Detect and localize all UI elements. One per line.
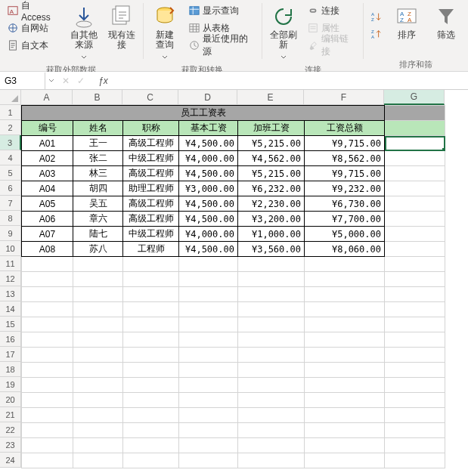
data-cell[interactable]: ¥2,230.00 bbox=[238, 196, 305, 212]
cell[interactable] bbox=[179, 378, 238, 393]
cell[interactable] bbox=[73, 378, 123, 393]
cell[interactable] bbox=[22, 257, 73, 272]
data-cell[interactable]: 工程师 bbox=[123, 242, 179, 257]
cell[interactable] bbox=[305, 302, 385, 317]
data-cell[interactable]: ¥4,500.00 bbox=[179, 196, 238, 212]
data-cell[interactable]: 王一 bbox=[73, 136, 123, 151]
cell[interactable] bbox=[238, 393, 305, 408]
cell-G7[interactable] bbox=[385, 196, 445, 212]
data-cell[interactable]: ¥5,215.00 bbox=[238, 136, 305, 151]
cell[interactable] bbox=[238, 453, 305, 468]
data-cell[interactable]: 高级工程师 bbox=[123, 212, 179, 227]
data-cell[interactable]: ¥9,715.00 bbox=[305, 136, 385, 151]
row-header-24[interactable]: 24 bbox=[0, 453, 21, 468]
cell[interactable] bbox=[123, 393, 179, 408]
cell[interactable] bbox=[385, 423, 445, 438]
data-cell[interactable]: 陆七 bbox=[73, 227, 123, 242]
cell[interactable] bbox=[305, 332, 385, 348]
cell[interactable] bbox=[238, 332, 305, 348]
cell[interactable] bbox=[22, 423, 73, 438]
data-cell[interactable]: 高级工程师 bbox=[123, 136, 179, 151]
cell[interactable] bbox=[22, 363, 73, 378]
header-cell[interactable]: 姓名 bbox=[73, 121, 123, 136]
data-cell[interactable]: A02 bbox=[22, 151, 73, 166]
cell[interactable] bbox=[73, 363, 123, 378]
cell[interactable] bbox=[385, 287, 445, 302]
edit-links-button[interactable]: 编辑链接 bbox=[305, 38, 358, 53]
cell[interactable] bbox=[179, 272, 238, 287]
name-box[interactable] bbox=[0, 73, 45, 89]
data-cell[interactable]: ¥4,500.00 bbox=[179, 212, 238, 227]
cell[interactable] bbox=[385, 332, 445, 348]
data-cell[interactable]: 苏八 bbox=[73, 242, 123, 257]
cell[interactable] bbox=[73, 438, 123, 453]
cell[interactable] bbox=[123, 287, 179, 302]
row-header-15[interactable]: 15 bbox=[0, 317, 21, 332]
cell[interactable] bbox=[385, 302, 445, 317]
name-box-input[interactable] bbox=[5, 76, 35, 86]
row-header-23[interactable]: 23 bbox=[0, 437, 21, 453]
filter-button[interactable]: 筛选 bbox=[429, 2, 463, 40]
cell[interactable] bbox=[73, 453, 123, 468]
data-cell[interactable]: ¥4,000.00 bbox=[179, 227, 238, 242]
cell[interactable] bbox=[22, 332, 73, 348]
cell-G6[interactable] bbox=[385, 181, 445, 196]
sort-desc-button[interactable]: ZA bbox=[368, 26, 385, 42]
cell[interactable] bbox=[179, 408, 238, 423]
cell[interactable] bbox=[179, 287, 238, 302]
data-cell[interactable]: ¥9,232.00 bbox=[305, 181, 385, 196]
cell[interactable] bbox=[22, 302, 73, 317]
data-cell[interactable]: ¥8,060.00 bbox=[305, 242, 385, 257]
cell[interactable] bbox=[385, 348, 445, 363]
data-cell[interactable]: 张二 bbox=[73, 151, 123, 166]
cell[interactable] bbox=[238, 423, 305, 438]
cancel-formula-button[interactable]: ✕ bbox=[62, 76, 70, 86]
cell[interactable] bbox=[73, 257, 123, 272]
cell[interactable] bbox=[179, 332, 238, 348]
from-access-button[interactable]: A 自 Access bbox=[5, 3, 63, 18]
cell[interactable] bbox=[305, 423, 385, 438]
cell[interactable] bbox=[22, 408, 73, 423]
cell[interactable] bbox=[179, 438, 238, 453]
data-cell[interactable]: A07 bbox=[22, 227, 73, 242]
cell[interactable] bbox=[179, 363, 238, 378]
data-cell[interactable]: 林三 bbox=[73, 166, 123, 181]
cell[interactable] bbox=[123, 257, 179, 272]
data-cell[interactable]: A03 bbox=[22, 166, 73, 181]
data-cell[interactable]: ¥1,000.00 bbox=[238, 227, 305, 242]
cell[interactable] bbox=[123, 378, 179, 393]
data-cell[interactable]: 高级工程师 bbox=[123, 166, 179, 181]
cell[interactable] bbox=[123, 332, 179, 348]
cell[interactable] bbox=[179, 393, 238, 408]
col-header-A[interactable]: A bbox=[21, 90, 73, 105]
data-cell[interactable]: ¥3,200.00 bbox=[238, 212, 305, 227]
refresh-all-button[interactable]: 全部刷新 bbox=[267, 2, 300, 63]
cell-G4[interactable] bbox=[385, 151, 445, 166]
cell[interactable] bbox=[179, 302, 238, 317]
col-header-G[interactable]: G bbox=[384, 90, 445, 105]
cell[interactable] bbox=[73, 408, 123, 423]
cell[interactable] bbox=[305, 272, 385, 287]
cell[interactable] bbox=[73, 287, 123, 302]
cell[interactable] bbox=[305, 438, 385, 453]
sort-button[interactable]: AZZA 排序 bbox=[389, 2, 424, 40]
cell[interactable] bbox=[305, 408, 385, 423]
row-header-14[interactable]: 14 bbox=[0, 301, 21, 317]
cell[interactable] bbox=[305, 378, 385, 393]
cell[interactable] bbox=[238, 408, 305, 423]
cell[interactable] bbox=[238, 257, 305, 272]
col-header-F[interactable]: F bbox=[304, 90, 384, 105]
data-cell[interactable]: ¥5,000.00 bbox=[305, 227, 385, 242]
header-cell[interactable]: 加班工资 bbox=[238, 121, 305, 136]
cell[interactable] bbox=[385, 257, 445, 272]
row-header-22[interactable]: 22 bbox=[0, 422, 21, 437]
cell[interactable] bbox=[123, 348, 179, 363]
cell[interactable] bbox=[385, 378, 445, 393]
cell-G9[interactable] bbox=[385, 227, 445, 242]
header-cell[interactable]: 工资总额 bbox=[305, 121, 385, 136]
row-header-17[interactable]: 17 bbox=[0, 347, 21, 362]
cell[interactable] bbox=[123, 272, 179, 287]
cell[interactable] bbox=[385, 453, 445, 468]
connections-button[interactable]: 连接 bbox=[305, 3, 358, 18]
sort-asc-button[interactable]: AZ bbox=[368, 9, 385, 24]
